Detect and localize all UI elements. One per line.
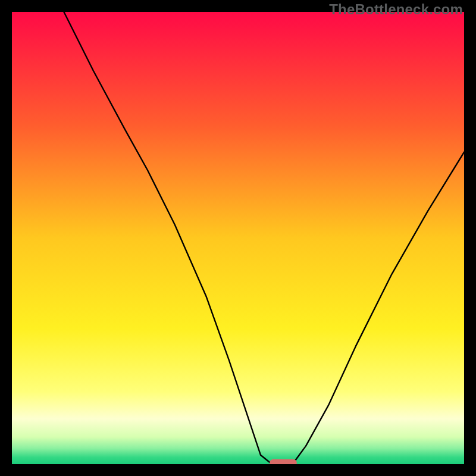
watermark-text: TheBottleneck.com — [329, 1, 463, 18]
chart-canvas — [12, 12, 464, 464]
optimal-marker — [270, 459, 297, 464]
chart-frame: TheBottleneck.com — [0, 0, 476, 476]
plot-area — [12, 12, 464, 464]
gradient-background — [12, 12, 464, 464]
